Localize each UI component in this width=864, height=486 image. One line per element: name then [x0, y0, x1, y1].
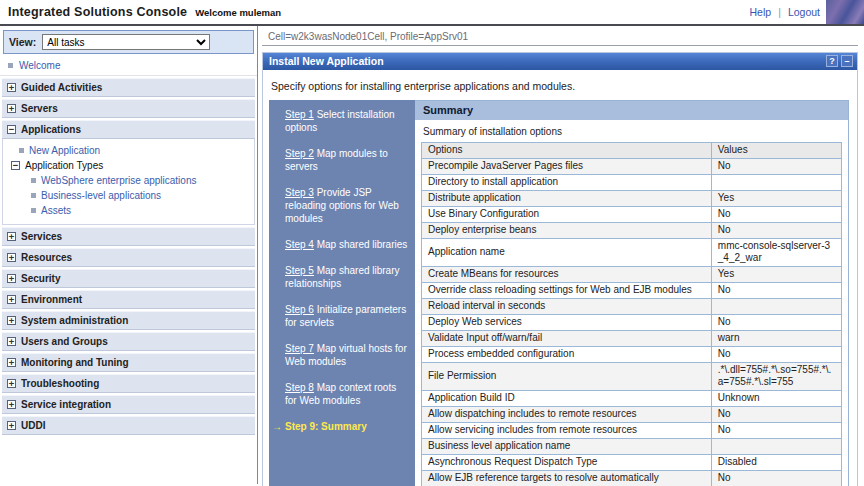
step-link[interactable]: Step 3 [285, 187, 314, 198]
step-link[interactable]: Step 1 [285, 109, 314, 120]
collapse-icon[interactable]: − [7, 125, 16, 134]
expand-icon[interactable]: + [7, 83, 16, 92]
sidebar-item-business-level-applications[interactable]: Business-level applications [9, 188, 250, 203]
table-row: Allow servicing includes from remote res… [422, 423, 842, 439]
option-cell: File Permission [422, 363, 712, 391]
wizard-step-6: Step 6 Initialize parameters for servlet… [285, 303, 409, 329]
expand-icon[interactable]: + [7, 253, 16, 262]
sidebar-item-security[interactable]: +Security [2, 269, 255, 288]
sidebar-section: +Environment [2, 290, 255, 309]
sidebar-nav-link[interactable]: Business-level applications [41, 190, 161, 201]
step-link[interactable]: Step 5 [285, 265, 314, 276]
sidebar-item-resources[interactable]: +Resources [2, 248, 255, 267]
sidebar-item-users-and-groups[interactable]: +Users and Groups [2, 332, 255, 351]
help-link[interactable]: Help [750, 6, 772, 18]
table-row: Application Build IDUnknown [422, 391, 842, 407]
sidebar-section: +System administration [2, 311, 255, 330]
wizard-intro-text: Specify options for installing enterpris… [269, 78, 849, 100]
sidebar-nav-link[interactable]: WebSphere enterprise applications [41, 175, 196, 186]
option-cell: Allow dispatching includes to remote res… [422, 407, 712, 423]
option-cell: Process embedded configuration [422, 347, 712, 363]
value-cell: No [711, 159, 841, 175]
sidebar-section: −ApplicationsNew Application−Application… [2, 120, 255, 225]
expand-icon[interactable]: + [7, 232, 16, 241]
value-cell: mmc-console-sqlserver-3_4_2_war [711, 239, 841, 267]
sidebar-item-monitoring-and-tuning[interactable]: +Monitoring and Tuning [2, 353, 255, 372]
column-header: Options [422, 143, 712, 159]
sidebar-item-system-administration[interactable]: +System administration [2, 311, 255, 330]
expand-icon[interactable]: + [7, 104, 16, 113]
step-link[interactable]: Step 8 [285, 382, 314, 393]
panel-help-icon[interactable]: ? [826, 55, 838, 67]
current-step-label: Step 9: Summary [285, 421, 367, 432]
section-label: Servers [21, 103, 58, 114]
expand-icon[interactable]: + [7, 400, 16, 409]
top-banner: Integrated Solutions Console Welcome mul… [0, 0, 864, 26]
value-cell: No [711, 347, 841, 363]
expand-icon[interactable]: + [7, 358, 16, 367]
table-row: Distribute applicationYes [422, 191, 842, 207]
table-row: Deploy Web servicesNo [422, 315, 842, 331]
sidebar-section: +Monitoring and Tuning [2, 353, 255, 372]
welcome-nav-link[interactable]: Welcome [19, 60, 61, 71]
expand-icon[interactable]: + [7, 295, 16, 304]
logout-link[interactable]: Logout [788, 6, 820, 18]
section-label: Services [21, 231, 62, 242]
table-row: Deploy enterprise beansNo [422, 223, 842, 239]
section-label: Monitoring and Tuning [21, 357, 129, 368]
section-label: Troubleshooting [21, 378, 99, 389]
value-cell: No [711, 315, 841, 331]
sidebar-item-uddi[interactable]: +UDDI [2, 416, 255, 435]
sidebar-item-servers[interactable]: +Servers [2, 99, 255, 118]
panel-titlebar: Install New Application ? – [263, 53, 857, 70]
sidebar-section: +Servers [2, 99, 255, 118]
sidebar-item-websphere-enterprise-applications[interactable]: WebSphere enterprise applications [9, 173, 250, 188]
step-link[interactable]: Step 4 [285, 239, 314, 250]
sidebar-item-service-integration[interactable]: +Service integration [2, 395, 255, 414]
wizard-step-current: →Step 9: Summary [285, 420, 409, 433]
sidebar-item-troubleshooting[interactable]: +Troubleshooting [2, 374, 255, 393]
bullet-icon [31, 208, 36, 213]
section-label: Applications [21, 124, 81, 135]
step-link[interactable]: Step 7 [285, 343, 314, 354]
option-cell: Application name [422, 239, 712, 267]
view-filter-box: View: All tasks [3, 30, 254, 54]
sidebar-section: +Guided Activities [2, 78, 255, 97]
collapse-icon[interactable]: − [11, 161, 20, 170]
table-row: Use Binary ConfigurationNo [422, 207, 842, 223]
expand-icon[interactable]: + [7, 316, 16, 325]
sidebar-nav-link[interactable]: New Application [29, 145, 100, 156]
sidebar-item-welcome[interactable]: Welcome [0, 56, 257, 76]
value-cell: No [711, 407, 841, 423]
value-cell [711, 439, 841, 455]
sidebar-item-environment[interactable]: +Environment [2, 290, 255, 309]
step-link[interactable]: Step 6 [285, 304, 314, 315]
wizard-step-2: Step 2 Map modules to servers [285, 147, 409, 173]
table-row: Directory to install application [422, 175, 842, 191]
expand-icon[interactable]: + [7, 379, 16, 388]
sidebar-item-guided-activities[interactable]: +Guided Activities [2, 78, 255, 97]
table-row: Reload interval in seconds [422, 299, 842, 315]
option-cell: Create MBeans for resources [422, 267, 712, 283]
sidebar-sections: +Guided Activities+Servers−ApplicationsN… [0, 78, 257, 435]
sidebar-item-applications[interactable]: −Applications [2, 120, 255, 139]
section-label: Resources [21, 252, 72, 263]
panel-minimize-icon[interactable]: – [841, 55, 853, 67]
step-link[interactable]: Step 2 [285, 148, 314, 159]
sidebar-item-services[interactable]: +Services [2, 227, 255, 246]
sidebar-group-application-types[interactable]: −Application Types [9, 158, 250, 173]
main-content: Cell=w2k3wasNode01Cell, Profile=AppSrv01… [258, 26, 864, 484]
wizard-step-4: Step 4 Map shared libraries [285, 238, 409, 251]
link-divider: | [778, 6, 781, 18]
view-select[interactable]: All tasks [42, 34, 210, 50]
sidebar-item-assets[interactable]: Assets [9, 203, 250, 218]
sidebar-item-new-application[interactable]: New Application [9, 143, 250, 158]
expand-icon[interactable]: + [7, 337, 16, 346]
expand-icon[interactable]: + [7, 421, 16, 430]
view-label: View: [9, 36, 36, 48]
expand-icon[interactable]: + [7, 274, 16, 283]
sidebar-section: +Service integration [2, 395, 255, 414]
value-cell: warn [711, 331, 841, 347]
sidebar-nav-link[interactable]: Assets [41, 205, 71, 216]
option-cell: Deploy enterprise beans [422, 223, 712, 239]
